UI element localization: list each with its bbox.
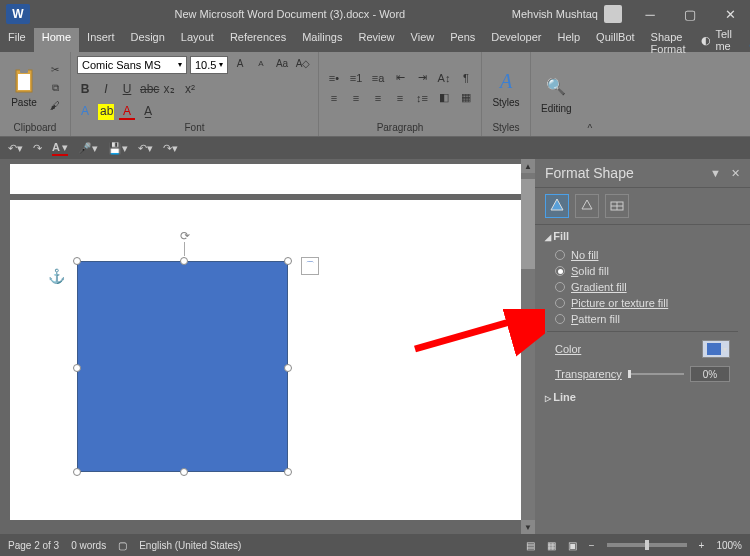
tab-review[interactable]: Review: [351, 28, 403, 52]
increase-indent-button[interactable]: ⇥: [413, 70, 431, 86]
copy-button[interactable]: ⧉: [46, 80, 64, 96]
read-mode-button[interactable]: ▤: [526, 540, 535, 551]
paste-button[interactable]: Paste: [6, 63, 42, 112]
tab-home[interactable]: Home: [34, 28, 79, 52]
clear-formatting-button[interactable]: A◇: [294, 56, 312, 72]
change-case-button[interactable]: Aa: [273, 56, 291, 72]
document-area[interactable]: ⚓ ⟳ ⌒ ▲ ▼: [0, 159, 535, 534]
font-color-qat[interactable]: A▾: [52, 141, 68, 156]
undo2-qat[interactable]: ↶▾: [138, 142, 153, 155]
tab-help[interactable]: Help: [549, 28, 588, 52]
tab-shape-format[interactable]: Shape Format: [643, 28, 694, 52]
word-count[interactable]: 0 words: [71, 540, 106, 551]
transparency-slider[interactable]: [628, 368, 684, 380]
align-center-button[interactable]: ≡: [347, 90, 365, 106]
zoom-slider[interactable]: [607, 543, 687, 547]
scroll-thumb[interactable]: [521, 179, 535, 269]
resize-handle[interactable]: [73, 468, 81, 476]
fill-color-picker[interactable]: ▾: [702, 340, 730, 358]
tab-developer[interactable]: Developer: [483, 28, 549, 52]
redo-button[interactable]: ↷: [33, 142, 42, 155]
scroll-up-button[interactable]: ▲: [521, 159, 535, 173]
pane-close-button[interactable]: ✕: [731, 167, 740, 180]
decrease-indent-button[interactable]: ⇤: [391, 70, 409, 86]
cut-button[interactable]: ✂: [46, 62, 64, 78]
rotate-handle[interactable]: ⟳: [179, 230, 191, 242]
styles-button[interactable]: A Styles: [488, 63, 524, 112]
borders-button[interactable]: ▦: [457, 90, 475, 106]
document-page[interactable]: ⚓ ⟳ ⌒: [10, 200, 525, 520]
minimize-button[interactable]: ─: [630, 0, 670, 28]
undo-button[interactable]: ↶▾: [8, 142, 23, 155]
tab-mailings[interactable]: Mailings: [294, 28, 350, 52]
align-left-button[interactable]: ≡: [325, 90, 343, 106]
bullets-button[interactable]: ≡•: [325, 70, 343, 86]
radio-picture-texture-fill[interactable]: Picture or texture fill: [535, 295, 750, 311]
tab-design[interactable]: Design: [123, 28, 173, 52]
strikethrough-button[interactable]: abc: [140, 82, 156, 96]
font-name-dropdown[interactable]: Comic Sans MS▾: [77, 56, 187, 74]
transparency-field[interactable]: 0%: [690, 366, 730, 382]
fill-section-header[interactable]: Fill: [535, 225, 750, 247]
show-marks-button[interactable]: ¶: [457, 70, 475, 86]
selected-shape[interactable]: ⟳ ⌒: [70, 254, 295, 479]
radio-pattern-fill[interactable]: Pattern fill: [535, 311, 750, 327]
radio-solid-fill[interactable]: Solid fill: [535, 263, 750, 279]
tab-insert[interactable]: Insert: [79, 28, 123, 52]
justify-button[interactable]: ≡: [391, 90, 409, 106]
web-layout-button[interactable]: ▣: [568, 540, 577, 551]
pane-tab-effects[interactable]: [575, 194, 599, 218]
tab-pens[interactable]: Pens: [442, 28, 483, 52]
collapse-ribbon-button[interactable]: ^: [582, 121, 599, 136]
user-block[interactable]: Mehvish Mushtaq: [504, 5, 630, 23]
line-spacing-button[interactable]: ↕≡: [413, 90, 431, 106]
sort-button[interactable]: A↕: [435, 70, 453, 86]
close-button[interactable]: ✕: [710, 0, 750, 28]
pane-tab-fill-line[interactable]: [545, 194, 569, 218]
radio-no-fill[interactable]: No fill: [535, 247, 750, 263]
pane-tab-size[interactable]: [605, 194, 629, 218]
tell-me-button[interactable]: ◐ Tell me: [693, 28, 740, 52]
zoom-level[interactable]: 100%: [716, 540, 742, 551]
align-right-button[interactable]: ≡: [369, 90, 387, 106]
scroll-down-button[interactable]: ▼: [521, 520, 535, 534]
radio-gradient-fill[interactable]: Gradient fill: [535, 279, 750, 295]
text-border-button[interactable]: A̲: [140, 104, 156, 120]
font-size-dropdown[interactable]: 10.5▾: [190, 56, 228, 74]
voice-qat[interactable]: 🎤▾: [78, 142, 98, 155]
multilevel-button[interactable]: ≡a: [369, 70, 387, 86]
share-button[interactable]: 👤 Share: [740, 28, 750, 52]
italic-button[interactable]: I: [98, 82, 114, 96]
tab-references[interactable]: References: [222, 28, 294, 52]
font-color-button[interactable]: A: [119, 104, 135, 120]
increase-font-button[interactable]: A: [231, 56, 249, 72]
resize-handle[interactable]: [73, 257, 81, 265]
numbering-button[interactable]: ≡1: [347, 70, 365, 86]
pane-dropdown-button[interactable]: ▼: [710, 167, 721, 180]
resize-handle[interactable]: [284, 468, 292, 476]
zoom-out-button[interactable]: −: [589, 540, 595, 551]
print-layout-button[interactable]: ▦: [547, 540, 556, 551]
vertical-scrollbar[interactable]: ▲ ▼: [521, 159, 535, 534]
rectangle-shape[interactable]: [77, 261, 288, 472]
maximize-button[interactable]: ▢: [670, 0, 710, 28]
resize-handle[interactable]: [284, 364, 292, 372]
text-effects-button[interactable]: A: [77, 104, 93, 120]
line-section-header[interactable]: Line: [535, 386, 750, 408]
resize-handle[interactable]: [284, 257, 292, 265]
spellcheck-icon[interactable]: ▢: [118, 540, 127, 551]
page-indicator[interactable]: Page 2 of 3: [8, 540, 59, 551]
shading-button[interactable]: ◧: [435, 90, 453, 106]
resize-handle[interactable]: [73, 364, 81, 372]
language-indicator[interactable]: English (United States): [139, 540, 241, 551]
superscript-button[interactable]: x²: [182, 82, 198, 96]
highlight-button[interactable]: ab: [98, 104, 114, 120]
save-qat[interactable]: 💾▾: [108, 142, 128, 155]
decrease-font-button[interactable]: A: [252, 56, 270, 72]
underline-button[interactable]: U: [119, 82, 135, 96]
resize-handle[interactable]: [180, 468, 188, 476]
editing-button[interactable]: 🔍 Editing: [537, 69, 576, 118]
tab-file[interactable]: File: [0, 28, 34, 52]
layout-options-button[interactable]: ⌒: [301, 257, 319, 275]
tab-quillbot[interactable]: QuillBot: [588, 28, 643, 52]
